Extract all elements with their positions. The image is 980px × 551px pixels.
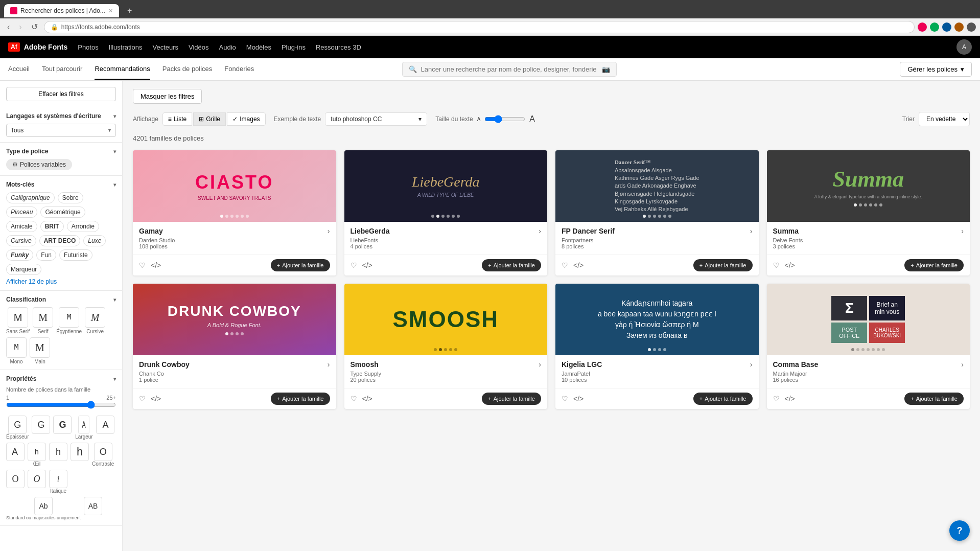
gamay-code-icon[interactable]: </> [151,261,161,269]
prop-contrast-normal[interactable]: O [6,470,25,494]
prop-width-condensed[interactable]: A Largeur [75,416,93,440]
keyword-artdeco[interactable]: ART DECO [39,235,81,246]
keyword-arrondie[interactable]: Arrondie [67,221,99,232]
comma-arrow[interactable]: › [961,360,964,369]
prop-eye-small[interactable]: h Œil [28,443,46,467]
search-camera-icon[interactable]: 📷 [602,65,610,73]
class-egyptienne[interactable]: M Égyptienne [56,307,82,334]
keyword-cursive[interactable]: Cursive [6,235,36,246]
prop-eye-normal[interactable]: h [49,443,67,467]
class-cursive[interactable]: M Cursive [85,307,105,334]
header-avatar[interactable]: A [956,39,972,55]
main-search-bar[interactable]: 🔍 📷 [402,62,617,77]
cowboy-code-icon[interactable]: </> [151,395,161,403]
prop-contrast-low[interactable]: O Contraste [92,443,114,467]
keyword-marqueur[interactable]: Marqueur [6,264,41,275]
summa-code-icon[interactable]: </> [785,261,795,269]
keyword-fun[interactable]: Fun [36,249,56,261]
class-sans-serif[interactable]: M Sans Serif [6,307,30,334]
manage-fonts-button[interactable]: Gérer les polices ▾ [900,62,972,77]
help-button[interactable]: ? [949,520,970,541]
display-liste-button[interactable]: ≡ Liste [162,112,192,126]
sub-nav-fonderies[interactable]: Fonderies [224,59,254,80]
prop-width-normal[interactable]: A [96,416,114,440]
liebegerda-heart-icon[interactable]: ♡ [351,261,357,269]
browser-tab[interactable]: Rechercher des polices | Ado... ✕ [4,4,119,17]
prop-italic[interactable]: i Italique [49,470,67,494]
refresh-button[interactable]: ↺ [28,21,41,33]
variable-police-tag[interactable]: ⚙ Polices variables [6,159,72,170]
prop-case-normal[interactable]: Ab Standard ou majuscules uniquement [6,497,81,520]
address-bar[interactable]: 🔒 https://fonts.adobe.com/fonts [44,21,915,33]
keyword-calligraphique[interactable]: Calligraphique [6,192,55,203]
properties-section-title[interactable]: Propriétés ▾ [6,375,116,382]
dancer-arrow[interactable]: › [750,227,753,235]
summa-heart-icon[interactable]: ♡ [773,261,780,269]
prop-contrast-high[interactable]: O [28,470,46,494]
keyword-amicale[interactable]: Amicale [6,221,37,232]
gamay-heart-icon[interactable]: ♡ [139,261,146,269]
tab-close-btn[interactable]: ✕ [108,8,113,14]
display-grille-button[interactable]: ⊞ Grille [193,112,226,126]
new-tab-button[interactable]: + [123,4,136,17]
sub-nav-accueil[interactable]: Accueil [8,59,30,80]
prop-weight-normal[interactable]: G [32,416,50,440]
keyword-brit[interactable]: BRIT [40,221,64,232]
dancer-add-button[interactable]: + Ajouter la famille [693,259,753,271]
class-mono[interactable]: M Mono [6,337,27,364]
smoosh-heart-icon[interactable]: ♡ [351,395,357,403]
prop-weight-bold[interactable]: G [53,416,72,440]
liebegerda-arrow[interactable]: › [539,227,541,235]
cowboy-add-button[interactable]: + Ajouter la famille [271,393,330,405]
keyword-pinceau[interactable]: Pinceau [6,206,37,218]
nav-vecteurs[interactable]: Vecteurs [152,43,178,51]
keyword-funky[interactable]: Funky [6,249,33,261]
sub-nav-packs[interactable]: Packs de polices [162,59,213,80]
show-more-keywords-button[interactable]: Afficher 12 de plus [6,278,116,285]
nav-modeles[interactable]: Modèles [246,43,271,51]
type-section-title[interactable]: Type de police ▾ [6,148,116,155]
sort-select[interactable]: En vedette [919,112,970,126]
size-increase-icon[interactable]: A [529,114,535,124]
gamay-add-button[interactable]: + Ajouter la famille [271,259,330,271]
language-select[interactable]: Tous [6,124,116,137]
masquer-filters-button[interactable]: Masquer les filtres [133,89,202,104]
kigelia-code-icon[interactable]: </> [573,395,584,403]
font-size-slider[interactable] [484,115,525,123]
class-serif[interactable]: M Serif [33,307,53,334]
display-images-button[interactable]: ✓ Images [227,112,265,126]
liebegerda-add-button[interactable]: + Ajouter la famille [482,259,541,271]
nav-videos[interactable]: Vidéos [189,43,209,51]
prop-case-caps[interactable]: AB [84,497,102,520]
prop-width-wide[interactable]: A [6,443,25,467]
cowboy-heart-icon[interactable]: ♡ [139,395,146,403]
smoosh-code-icon[interactable]: </> [362,395,372,403]
size-decrease-icon[interactable]: A [477,117,481,122]
languages-section-title[interactable]: Langages et systèmes d'écriture ▾ [6,112,116,120]
comma-add-button[interactable]: + Ajouter la famille [904,393,964,405]
gamay-arrow[interactable]: › [328,227,330,235]
nav-illustrations[interactable]: Illustrations [109,43,143,51]
kigelia-arrow[interactable]: › [750,360,753,369]
smoosh-arrow[interactable]: › [539,360,541,369]
family-count-slider[interactable] [6,401,116,409]
nav-plugins[interactable]: Plug-ins [282,43,306,51]
comma-code-icon[interactable]: </> [785,395,795,403]
prop-weight-light[interactable]: G Épaisseur [6,416,29,440]
classification-section-title[interactable]: Classification ▾ [6,296,116,303]
dancer-code-icon[interactable]: </> [573,261,584,269]
nav-audio[interactable]: Audio [219,43,236,51]
dancer-heart-icon[interactable]: ♡ [562,261,568,269]
keyword-luxe[interactable]: Luxe [83,235,106,246]
text-sample-input[interactable]: tuto photoshop CC ▾ [325,112,427,126]
summa-arrow[interactable]: › [961,227,964,235]
sub-nav-recommandations[interactable]: Recommandations [95,59,150,80]
forward-button[interactable]: › [16,21,25,33]
nav-ressources3d[interactable]: Ressources 3D [316,43,361,51]
smoosh-add-button[interactable]: + Ajouter la famille [482,393,541,405]
cowboy-arrow[interactable]: › [328,360,330,369]
clear-filters-button[interactable]: Effacer les filtres [6,87,116,101]
liebegerda-code-icon[interactable]: </> [362,261,372,269]
keyword-geometrique[interactable]: Géométrique [40,206,85,218]
sub-nav-parcourir[interactable]: Tout parcourir [42,59,82,80]
